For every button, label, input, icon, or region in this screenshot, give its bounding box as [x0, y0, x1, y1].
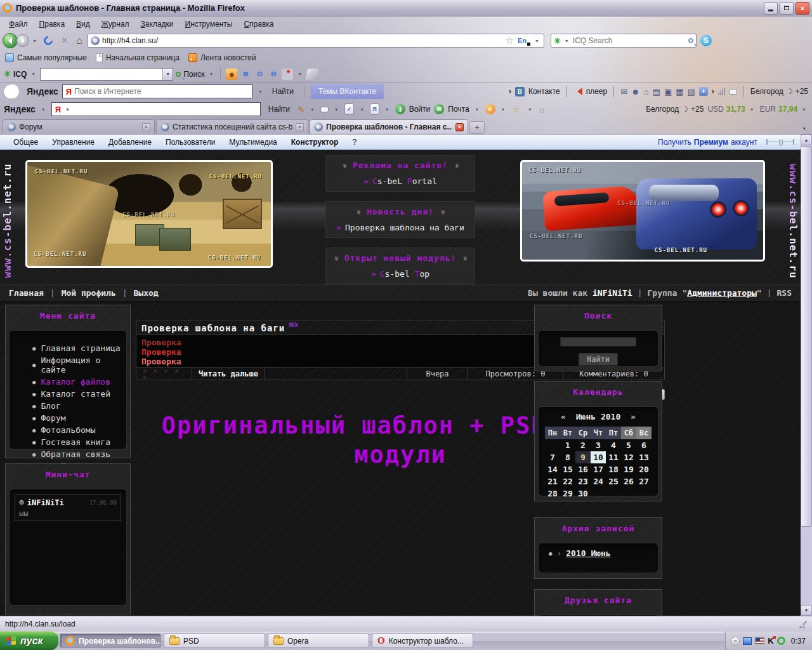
video-icon[interactable]: ▦: [676, 87, 683, 96]
weather-widget[interactable]: Белгород ☽ +25: [750, 87, 808, 96]
menu-item-main[interactable]: ●Главная страница: [32, 343, 121, 353]
docs-icon[interactable]: ▧: [688, 87, 695, 96]
header-box-ads[interactable]: « Реклама на сайте! « »Cs-beL Portal: [325, 155, 475, 192]
archive-link[interactable]: 2010 Июнь: [566, 548, 610, 558]
mail-icon[interactable]: ✉: [620, 87, 627, 96]
home-button[interactable]: ⌂: [72, 35, 86, 46]
icq-search-dropdown-icon[interactable]: ▼: [207, 72, 215, 76]
tab-close-icon[interactable]: ×: [142, 123, 150, 131]
taskbar-task-opera-constructor[interactable]: O Конструктор шабло...: [372, 633, 473, 648]
admin-add[interactable]: Добавление: [102, 138, 159, 147]
search-icon[interactable]: [688, 38, 693, 43]
bookmark-star-icon[interactable]: ☆: [504, 35, 515, 46]
zoom-slider[interactable]: [766, 139, 794, 145]
admin-help[interactable]: ?: [345, 138, 363, 147]
more-arrow-icon[interactable]: ›: [712, 87, 714, 96]
gear-icon[interactable]: ☼: [538, 104, 547, 115]
resize-grip[interactable]: [799, 620, 807, 628]
menu-view[interactable]: Вид: [71, 18, 95, 30]
yandex-search-box[interactable]: Я: [62, 84, 252, 98]
rating-stars[interactable]: ◆ ◆ ◆ ◆ ◆: [136, 368, 192, 380]
yandex2-dropdown-icon[interactable]: ▼: [39, 107, 48, 112]
menu-item-files[interactable]: ●Каталог файлов: [32, 377, 121, 387]
tab-close-icon[interactable]: ×: [455, 123, 464, 131]
page-scrollbar[interactable]: ▲ ▼: [801, 135, 812, 616]
language-flag-icon[interactable]: [755, 637, 764, 644]
nav-profile[interactable]: Мой профиль: [62, 288, 116, 298]
menu-file[interactable]: Файл: [4, 18, 33, 30]
url-bar[interactable]: Φ ☆ En ▼: [88, 34, 544, 48]
admin-management[interactable]: Управление: [45, 138, 102, 147]
money-icon[interactable]: ¤: [485, 104, 495, 114]
bookmark-news-feed[interactable]: Лента новостей: [188, 53, 256, 62]
eraser-icon[interactable]: [305, 69, 319, 80]
menu-history[interactable]: Журнал: [96, 18, 134, 30]
translate-icon[interactable]: Я: [370, 103, 379, 115]
new-tab-button[interactable]: +: [469, 121, 485, 134]
icq-toolbar-search-input[interactable]: ▼: [40, 68, 173, 81]
menu-help[interactable]: Справка: [239, 18, 278, 30]
read-more-button[interactable]: Читать дальше: [192, 368, 265, 380]
player-label[interactable]: плеер: [586, 87, 608, 96]
mail-button[interactable]: Почта: [448, 105, 469, 114]
minimize-button[interactable]: [764, 2, 778, 15]
site-search-input[interactable]: [560, 337, 636, 347]
bookmark-most-visited[interactable]: Самые популярные: [5, 53, 87, 62]
start-button[interactable]: пуск: [0, 632, 58, 650]
yandex2-find-button[interactable]: Найти: [265, 105, 294, 114]
menu-item-articles[interactable]: ●Каталог статей: [32, 389, 121, 399]
photos-icon[interactable]: ▣: [664, 87, 672, 96]
favorites-star-icon[interactable]: ☆: [511, 103, 521, 115]
restore-button[interactable]: [780, 2, 794, 15]
nav-home[interactable]: Главная: [9, 288, 44, 298]
network-icon[interactable]: [743, 637, 752, 645]
menu-edit[interactable]: Правка: [34, 18, 70, 30]
smiley-icon[interactable]: ☻: [226, 69, 237, 80]
menu-tools[interactable]: Инструменты: [180, 18, 238, 30]
premium-link[interactable]: Получить Премиум аккаунт: [658, 138, 757, 147]
login-button[interactable]: Войти: [409, 105, 431, 114]
messenger-tray-icon[interactable]: [777, 637, 785, 645]
kaspersky-icon[interactable]: K: [768, 636, 773, 646]
menu-item-blog[interactable]: ●Блог: [32, 401, 121, 411]
url-input[interactable]: [102, 36, 502, 45]
search-engine-dropdown-icon[interactable]: ▼: [563, 39, 571, 43]
zoom-reset-icon[interactable]: ⊙: [254, 69, 265, 80]
home-service-icon[interactable]: ⌂: [644, 87, 649, 96]
menu-item-forum[interactable]: ●Форум: [32, 413, 121, 423]
nav-logout[interactable]: Выход: [134, 288, 159, 298]
icq-search-input[interactable]: [573, 36, 686, 45]
zoom-out-icon[interactable]: ⊖: [268, 69, 279, 80]
spellcheck-icon[interactable]: ✓: [344, 103, 355, 115]
tab-statistics[interactable]: Φ Статистика посещений сайта cs-bel.... …: [156, 119, 308, 134]
list-all-tabs-icon[interactable]: ▼: [799, 123, 809, 134]
reload-button[interactable]: [42, 34, 55, 47]
yandex-search-input[interactable]: [74, 87, 249, 96]
pencil-icon[interactable]: ✎: [298, 105, 304, 114]
site-search-button[interactable]: Найти: [579, 353, 618, 366]
bookmark-start-page[interactable]: Начальная страница: [96, 53, 180, 62]
vk-themes-button[interactable]: Темы ВКонтакте: [311, 84, 384, 99]
taskbar-task-opera-folder[interactable]: Opera: [268, 633, 369, 648]
admin-constructor[interactable]: Конструктор: [284, 138, 346, 147]
admin-users[interactable]: Пользователи: [159, 138, 222, 147]
calendar-next[interactable]: »: [625, 412, 641, 421]
close-button[interactable]: ×: [796, 2, 809, 15]
combo-dropdown-icon[interactable]: ▼: [162, 69, 173, 80]
eur-rate[interactable]: EUR 37,94 ▼: [760, 105, 808, 114]
history-dropdown-icon[interactable]: ▼: [30, 39, 39, 43]
news-icon[interactable]: ▤: [653, 87, 660, 96]
menu-item-about[interactable]: ●Информация о сайте: [32, 355, 121, 375]
tab-close-icon[interactable]: ×: [296, 123, 304, 131]
back-button[interactable]: [3, 33, 18, 48]
scroll-down-icon[interactable]: ▼: [801, 605, 812, 616]
calendar-prev[interactable]: «: [556, 412, 571, 421]
stop-button[interactable]: ×: [58, 35, 71, 46]
calendar-day-with-posts[interactable]: 9: [575, 451, 591, 463]
zoom-in-icon[interactable]: ⊕: [240, 69, 251, 80]
url-dropdown-icon[interactable]: ▼: [533, 39, 541, 43]
header-box-news[interactable]: « Новость дня! « »Проверка шаблона на ба…: [325, 201, 475, 238]
menu-item-feedback[interactable]: ●Обратная связь: [32, 449, 121, 459]
group-link[interactable]: Администраторы: [687, 288, 757, 298]
icq-search-button[interactable]: Поиск: [183, 70, 204, 79]
